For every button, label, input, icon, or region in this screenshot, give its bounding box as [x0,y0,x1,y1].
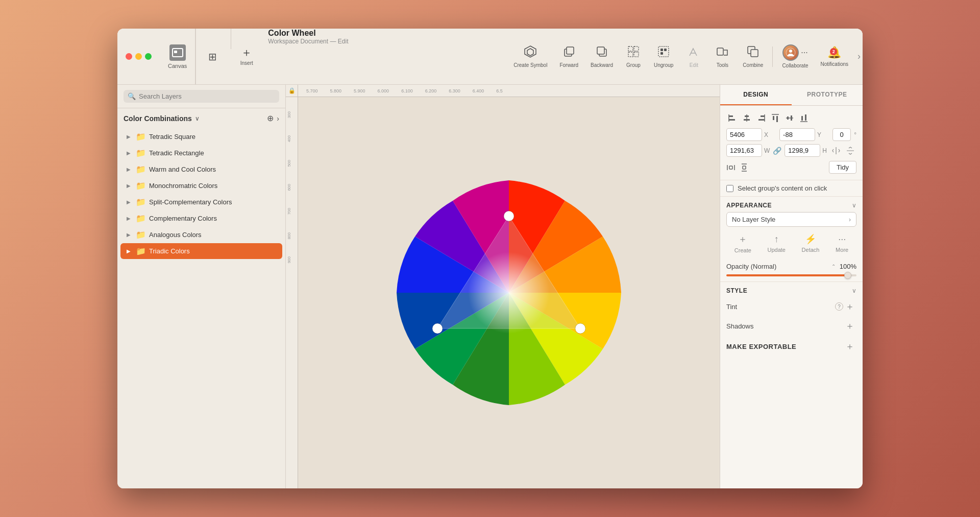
opacity-label: Opacity (Normal) [726,263,827,270]
rotation-input[interactable] [832,128,851,141]
canvas-view-toggle[interactable]: Canvas [160,29,195,84]
dist-v-button[interactable] [740,163,749,172]
layer-style-chevron-icon: › [849,216,851,223]
opacity-thumb[interactable] [844,272,851,279]
more-style-button[interactable]: ··· More [836,234,848,253]
x-input[interactable] [726,128,762,141]
layer-item[interactable]: ▶ 📁 Tetradic Square [120,129,282,145]
layer-item[interactable]: ▶ 📁 Split-Complementary Colors [120,194,282,210]
layer-item[interactable]: ▶ 📁 Monochromatric Colors [120,178,282,194]
maximize-button[interactable] [145,53,152,60]
group-button[interactable]: Group [620,42,647,71]
search-icon: 🔍 [128,92,136,100]
grid-view-toggle[interactable]: ⊞ [195,29,229,84]
detach-style-button[interactable]: ⚡ Detach [802,233,820,253]
titlebar: Canvas ⊞ ＋ Insert Color Wheel Workspace … [117,29,863,85]
folder-icon: 📁 [136,148,146,158]
export-row: MAKE EXPORTABLE ＋ [720,336,863,357]
height-input[interactable] [785,144,820,157]
ruler-tick: 6.200 [419,88,443,93]
more-style-icon: ··· [838,234,846,245]
svg-rect-11 [634,52,639,57]
layer-chevron-icon: ▶ [127,216,133,221]
notifications-button[interactable]: 🔔 2 Notifications [816,43,853,70]
align-left-button[interactable] [726,112,739,124]
align-right-button[interactable] [755,112,767,124]
backward-button[interactable]: Backward [585,42,618,71]
combine-icon [746,45,760,60]
layer-item[interactable]: ▶ 📁 Analogous Colors [120,227,282,243]
shadows-add-button[interactable]: ＋ [843,320,856,332]
tint-help-button[interactable]: ? [835,302,843,311]
opacity-slider[interactable] [726,274,856,276]
layer-chevron-icon: ▶ [127,167,133,172]
ungroup-button[interactable]: Ungroup [649,42,678,71]
appearance-title: APPEARANCE [726,202,852,209]
folder-icon: 📁 [136,181,146,191]
degree-symbol: ° [854,131,856,138]
align-top-button[interactable] [769,112,781,124]
sidebar-section-chevron[interactable]: ∨ [195,115,200,122]
shadows-row: Shadows ＋ [720,316,863,336]
flip-horizontal-button[interactable] [830,145,842,157]
tint-add-button[interactable]: ＋ [843,300,856,313]
ruler-left: 300 400 500 600 700 800 900 [286,85,298,488]
search-bar[interactable]: 🔍 [124,90,279,103]
update-style-button[interactable]: ↑ Update [767,234,785,253]
tab-design[interactable]: DESIGN [720,85,792,105]
width-input[interactable] [726,144,762,157]
export-add-button[interactable]: ＋ [843,340,856,353]
more-tools-icon[interactable]: › [855,51,863,62]
tab-prototype[interactable]: PROTOTYPE [792,85,863,105]
select-content-checkbox-row: Select group's content on click [720,180,863,197]
create-style-button[interactable]: ＋ Create [734,233,751,253]
dist-h-button[interactable] [726,163,736,172]
layer-item[interactable]: ▶ 📁 Tetradic Rectangle [120,145,282,161]
flip-icons [830,145,856,157]
add-layer-button[interactable]: ⊕ [267,113,274,123]
align-center-h-button[interactable] [741,112,753,124]
align-bottom-button[interactable] [798,112,810,124]
insert-button[interactable]: ＋ Insert [233,29,260,84]
layer-chevron-icon: ▶ [127,134,133,139]
forward-button[interactable]: Forward [554,42,583,71]
align-middle-button[interactable] [783,112,796,124]
combine-button[interactable]: Combine [738,42,768,71]
svg-point-21 [789,50,792,53]
create-symbol-icon [524,45,537,60]
tidy-button[interactable]: Tidy [829,161,856,174]
layer-item[interactable]: ▶ 📁 Warm and Cool Colors [120,161,282,177]
sidebar: 🔍 Color Combinations ∨ ⊕ › ▶ 📁 Tetradic … [117,85,286,488]
flip-vertical-button[interactable] [844,145,856,157]
shadows-label: Shadows [726,322,843,330]
canvas-area[interactable]: 🔒 5.7005.8005.9006.0006.1006.2006.3006.4… [286,85,720,488]
appearance-chevron[interactable]: ∨ [852,202,856,209]
edit-button[interactable]: Edit [680,42,707,71]
opacity-slider-container[interactable] [720,274,863,281]
more-style-label: More [836,247,848,253]
search-input[interactable] [139,92,275,100]
style-chevron[interactable]: ∨ [852,287,856,294]
y-input[interactable] [779,128,815,141]
opacity-caret-icon: ⌃ [831,264,836,269]
svg-rect-10 [628,52,633,57]
create-symbol-button[interactable]: Create Symbol [508,42,552,71]
lock-ratio-icon[interactable]: 🔗 [773,147,781,155]
minimize-button[interactable] [135,53,142,60]
collaborate-button[interactable]: ··· Collaborate [777,41,813,72]
user-avatar [782,44,799,61]
svg-point-28 [468,252,550,334]
layer-item[interactable]: ▶ 📁 Complementary Colors [120,210,282,226]
select-content-checkbox[interactable] [726,185,733,192]
svg-rect-44 [801,116,803,121]
ungroup-icon [657,45,670,60]
distribute-row: Tidy [726,161,856,174]
svg-rect-30 [729,119,735,121]
close-button[interactable] [126,53,132,60]
opacity-row: Opacity (Normal) ⌃ 100% [720,258,863,274]
main-content: 🔍 Color Combinations ∨ ⊕ › ▶ 📁 Tetradic … [117,85,863,488]
tools-button[interactable]: Tools [709,42,736,71]
layer-item[interactable]: ▶ 📁 Triadic Colors [120,243,282,259]
expand-all-button[interactable]: › [277,114,279,123]
layer-style-dropdown[interactable]: No Layer Style › [726,212,856,227]
